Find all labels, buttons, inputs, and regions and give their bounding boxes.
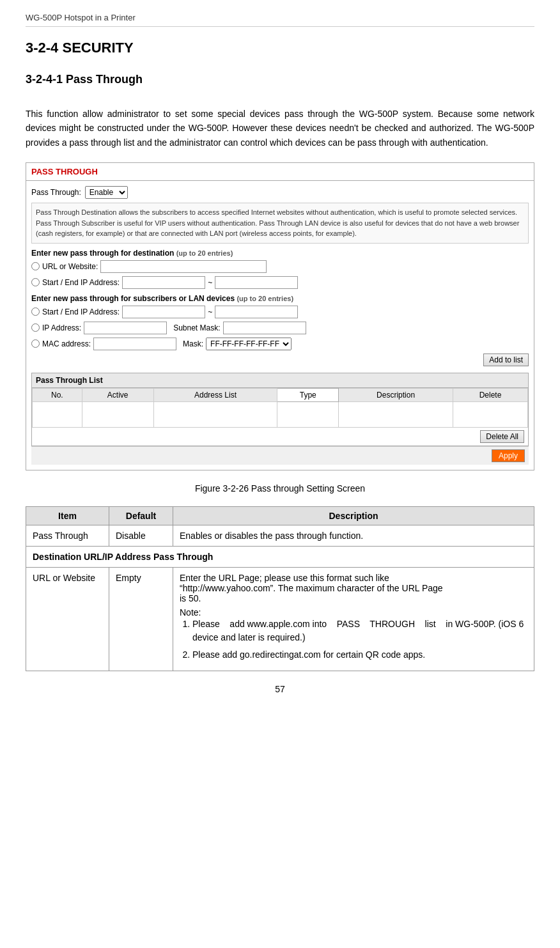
row-item-pass-through: Pass Through [26,525,109,546]
sub-ip-end[interactable] [215,306,298,318]
panel-title: PASS THROUGH [26,163,534,181]
dest-ip-label: Start / End IP Address: [42,278,120,287]
delete-all-row: Delete All [32,428,528,446]
ip-subnet-row: IP Address: Subnet Mask: [31,322,529,334]
table-row-url: URL or Website Empty Enter the URL Page;… [26,567,534,671]
pass-through-list: Pass Through List No. Active Address Lis… [31,373,529,446]
tilde2: ~ [208,307,212,316]
col-no: No. [33,388,82,401]
url-row: URL or Website: [31,260,529,273]
mask-select[interactable]: FF-FF-FF-FF-FF-FF [206,338,292,350]
data-table: Item Default Description Pass Through Di… [26,506,534,671]
col-address-list: Address List [153,388,277,401]
desc-line-3: is 50. [180,593,527,603]
page-number: 57 [275,684,285,694]
dest-ip-end[interactable] [215,276,298,289]
mac-label: MAC address: [42,339,91,348]
table-row-merged: Destination URL/IP Address Pass Through [26,546,534,567]
dest-ip-row: Start / End IP Address: ~ [31,276,529,289]
desc-line-1: Enter the URL Page; please use this form… [180,573,527,583]
col-type: Type [277,388,339,401]
url-label: URL or Website: [42,262,98,271]
th-default: Default [109,506,173,525]
page-footer: 57 [26,684,534,694]
table-header-row: Item Default Description [26,506,534,525]
mac-row: MAC address: Mask: FF-FF-FF-FF-FF-FF [31,338,529,350]
figure-caption: Figure 3-2-26 Pass through Setting Scree… [26,483,534,493]
row-desc-url: Enter the URL Page; please use this form… [173,567,534,671]
list-title: Pass Through List [32,373,528,388]
desc-line-2: “http://www.yahoo.com”. The maximum char… [180,583,527,593]
mask-label: Mask: [183,339,203,348]
sub-ip-label: Start / End IP Address: [42,307,120,316]
th-item: Item [26,506,109,525]
col-description: Description [339,388,453,401]
sub-ip-row: Start / End IP Address: ~ [31,306,529,318]
ip-label: IP Address: [42,323,81,332]
ip-input[interactable] [84,322,167,334]
mac-input[interactable] [93,338,176,350]
pass-through-select[interactable]: Enable Disable [85,186,128,199]
pass-through-enable-row: Pass Through: Enable Disable [31,186,529,199]
subnet-input[interactable] [223,322,306,334]
row-default-pass-through: Disable [109,525,173,546]
delete-all-button[interactable]: Delete All [480,430,524,443]
desc-note: Note: [180,607,527,618]
empty-row-1 [33,401,528,427]
page-header: WG-500P Hotspot in a Printer [26,13,534,27]
pass-through-label: Pass Through: [31,188,81,197]
list-item: Please add go.redirectingat.com for cert… [192,648,527,662]
dest-ip-start[interactable] [122,276,205,289]
url-input[interactable] [100,260,267,273]
info-box: Pass Through Destination allows the subs… [31,203,529,244]
col-active: Active [82,388,153,401]
pass-through-panel: PASS THROUGH Pass Through: Enable Disabl… [26,162,534,470]
subsection-title: 3-2-4-1 Pass Through [26,73,534,86]
mac-radio[interactable] [31,339,40,348]
th-description: Description [173,506,534,525]
subnet-label: Subnet Mask: [173,323,220,332]
add-btn-row: Add to list [31,354,529,366]
add-to-list-button[interactable]: Add to list [483,354,529,366]
ip-radio[interactable] [31,323,40,332]
sub-ip-radio[interactable] [31,307,40,316]
table-row: Pass Through Disable Enables or disables… [26,525,534,546]
tilde1: ~ [208,278,212,287]
intro-paragraph: This function allow administrator to set… [26,107,534,150]
list-table: No. Active Address List Type Description… [32,388,528,428]
merged-cell: Destination URL/IP Address Pass Through [26,546,534,567]
numbered-list: Please add www.apple.com into PASS THROU… [180,618,527,662]
panel-body: Pass Through: Enable Disable Pass Throug… [26,181,534,470]
col-delete: Delete [453,388,528,401]
url-radio[interactable] [31,262,40,270]
section-title: 3-2-4 SECURITY [26,40,534,56]
sub-ip-start[interactable] [122,306,205,318]
apply-button[interactable]: Apply [492,449,525,462]
dest-section-label: Enter new pass through for destination (… [31,249,529,258]
row-default-url: Empty [109,567,173,671]
page-header-text: WG-500P Hotspot in a Printer [26,13,136,22]
apply-row: Apply [31,446,529,465]
row-desc-pass-through: Enables or disables the pass through fun… [173,525,534,546]
subscriber-section-label: Enter new pass through for subscribers o… [31,294,529,303]
list-item: Please add www.apple.com into PASS THROU… [192,618,527,644]
dest-ip-radio[interactable] [31,278,40,286]
row-item-url: URL or Website [26,567,109,671]
